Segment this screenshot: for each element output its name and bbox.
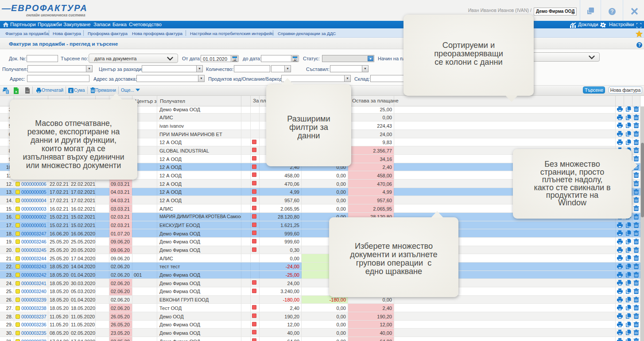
- svg-text:csv: csv: [26, 90, 29, 92]
- svg-text:12: 12: [233, 58, 237, 61]
- svg-text:Σ: Σ: [70, 89, 72, 93]
- svg-text:12: 12: [293, 58, 297, 61]
- svg-text:x: x: [15, 90, 17, 94]
